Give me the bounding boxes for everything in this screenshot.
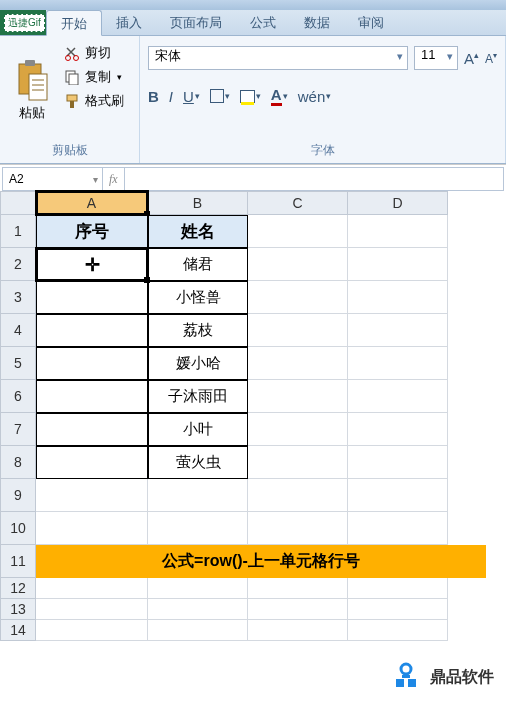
file-tab[interactable]: 迅捷Gif 文件: [0, 10, 46, 35]
tab-formula[interactable]: 公式: [236, 10, 290, 35]
cell[interactable]: [248, 413, 348, 446]
cell[interactable]: [348, 446, 448, 479]
cut-button[interactable]: 剪切: [64, 44, 124, 62]
cell[interactable]: 序号: [36, 215, 148, 248]
font-size-select[interactable]: 11: [414, 46, 458, 70]
cell[interactable]: [148, 599, 248, 620]
tab-review[interactable]: 审阅: [344, 10, 398, 35]
cell[interactable]: [348, 248, 448, 281]
formula-bar[interactable]: [125, 168, 503, 190]
cell[interactable]: [348, 620, 448, 641]
col-header[interactable]: B: [148, 191, 248, 215]
underline-button[interactable]: U▾: [183, 88, 200, 105]
cell[interactable]: [36, 578, 148, 599]
cell[interactable]: 萤火虫: [148, 446, 248, 479]
cell[interactable]: [348, 347, 448, 380]
fill-color-button[interactable]: ▾: [240, 90, 261, 103]
cell[interactable]: [36, 599, 148, 620]
cell[interactable]: [36, 314, 148, 347]
svg-rect-2: [29, 74, 47, 100]
row-header[interactable]: 10: [0, 512, 36, 545]
shrink-font-button[interactable]: A▾: [485, 51, 497, 66]
cell[interactable]: [348, 380, 448, 413]
cell[interactable]: [248, 599, 348, 620]
select-all-corner[interactable]: [0, 191, 36, 215]
italic-button[interactable]: I: [169, 88, 173, 105]
cell[interactable]: [348, 578, 448, 599]
paste-button[interactable]: 粘贴: [6, 40, 58, 140]
cell[interactable]: [36, 413, 148, 446]
grow-font-button[interactable]: A▴: [464, 50, 479, 67]
cell[interactable]: [36, 281, 148, 314]
cell[interactable]: [348, 512, 448, 545]
bold-button[interactable]: B: [148, 88, 159, 105]
cell[interactable]: [148, 479, 248, 512]
cell[interactable]: [248, 620, 348, 641]
cell[interactable]: [248, 380, 348, 413]
cell[interactable]: [248, 281, 348, 314]
row-header[interactable]: 13: [0, 599, 36, 620]
format-painter-button[interactable]: 格式刷: [64, 92, 124, 110]
col-header[interactable]: C: [248, 191, 348, 215]
row-header[interactable]: 1: [0, 215, 36, 248]
fx-icon[interactable]: fx: [109, 172, 118, 187]
row-header[interactable]: 12: [0, 578, 36, 599]
cell[interactable]: [248, 248, 348, 281]
name-box[interactable]: A2: [3, 168, 103, 190]
cell[interactable]: [348, 215, 448, 248]
row-header[interactable]: 3: [0, 281, 36, 314]
row-header[interactable]: 4: [0, 314, 36, 347]
cell[interactable]: [348, 314, 448, 347]
cell[interactable]: [36, 380, 148, 413]
copy-button[interactable]: 复制▾: [64, 68, 124, 86]
cell[interactable]: [348, 479, 448, 512]
cell[interactable]: [248, 215, 348, 248]
cell[interactable]: 小叶: [148, 413, 248, 446]
font-name-select[interactable]: 宋体: [148, 46, 408, 70]
row-header[interactable]: 9: [0, 479, 36, 512]
cell[interactable]: [36, 446, 148, 479]
cell[interactable]: [148, 620, 248, 641]
cell[interactable]: 小怪兽: [148, 281, 248, 314]
cell[interactable]: [248, 578, 348, 599]
col-header[interactable]: A: [36, 191, 148, 215]
cell[interactable]: [348, 281, 448, 314]
cell[interactable]: [348, 413, 448, 446]
row-header[interactable]: 6: [0, 380, 36, 413]
cell[interactable]: [148, 578, 248, 599]
tab-home[interactable]: 开始: [46, 10, 102, 36]
row-header[interactable]: 2: [0, 248, 36, 281]
svg-point-6: [66, 56, 71, 61]
cell[interactable]: 姓名: [148, 215, 248, 248]
row-header[interactable]: 11: [0, 545, 36, 578]
tab-insert[interactable]: 插入: [102, 10, 156, 35]
cell[interactable]: [36, 620, 148, 641]
border-button[interactable]: ▾: [210, 89, 230, 103]
row-header[interactable]: 14: [0, 620, 36, 641]
cell[interactable]: [248, 479, 348, 512]
cell[interactable]: 荔枝: [148, 314, 248, 347]
cell[interactable]: [36, 512, 148, 545]
cell[interactable]: [348, 599, 448, 620]
cell[interactable]: [248, 512, 348, 545]
font-color-button[interactable]: A▾: [271, 86, 288, 106]
cell[interactable]: 子沐雨田: [148, 380, 248, 413]
tab-layout[interactable]: 页面布局: [156, 10, 236, 35]
cell[interactable]: [248, 446, 348, 479]
row-header[interactable]: 7: [0, 413, 36, 446]
cell[interactable]: [36, 479, 148, 512]
cell[interactable]: 储君: [148, 248, 248, 281]
cell[interactable]: [248, 347, 348, 380]
cell-selected[interactable]: ✛: [36, 248, 148, 281]
cell[interactable]: [248, 314, 348, 347]
col-header[interactable]: D: [348, 191, 448, 215]
row-header[interactable]: 8: [0, 446, 36, 479]
svg-rect-14: [408, 679, 416, 687]
row-header[interactable]: 5: [0, 347, 36, 380]
cell[interactable]: [148, 512, 248, 545]
cell[interactable]: [36, 347, 148, 380]
tab-data[interactable]: 数据: [290, 10, 344, 35]
phonetic-button[interactable]: wén▾: [298, 88, 332, 105]
cell[interactable]: 媛小哈: [148, 347, 248, 380]
svg-point-12: [401, 664, 411, 674]
